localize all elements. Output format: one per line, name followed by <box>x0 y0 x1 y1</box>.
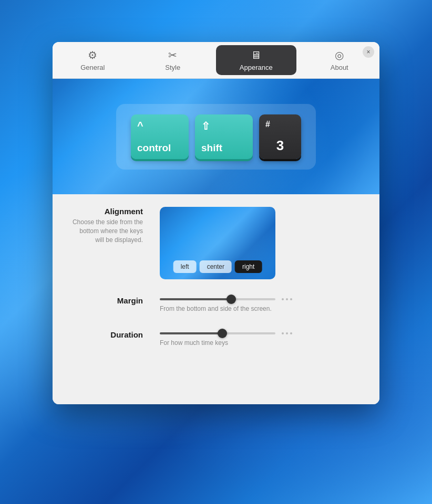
margin-setting: Margin From the bottom and side of the s… <box>69 296 363 313</box>
tab-general[interactable]: ⚙ General <box>53 42 133 78</box>
gear-icon: ⚙ <box>88 49 97 61</box>
alignment-label-area: Alignment Choose the side from the botto… <box>69 207 143 244</box>
caret-icon: ^ <box>137 120 143 132</box>
duration-slider-dots <box>282 332 292 334</box>
alignment-setting: Alignment Choose the side from the botto… <box>69 207 363 279</box>
tab-style-label: Style <box>165 64 180 71</box>
tab-about-label: About <box>331 64 348 71</box>
align-center-button[interactable]: center <box>200 260 232 273</box>
duration-slider-track[interactable] <box>160 332 275 334</box>
alignment-desc: Choose the side from the bottom where th… <box>69 218 143 244</box>
slider-dot-6 <box>290 332 292 334</box>
margin-slider-dots <box>282 298 292 300</box>
key-preview-container: ^ control ⇧ shift # 3 <box>116 104 316 170</box>
slider-dot-5 <box>286 332 288 334</box>
alignment-control: left center right <box>160 207 363 279</box>
duration-control: For how much time keys <box>160 330 363 348</box>
duration-setting: Duration For how much time keys <box>69 330 363 348</box>
duration-slider-fill <box>160 332 222 334</box>
duration-title: Duration <box>69 330 143 339</box>
align-right-button[interactable]: right <box>235 260 262 273</box>
scissors-icon: ✂ <box>168 49 177 61</box>
margin-title: Margin <box>69 296 143 305</box>
slider-dot-1 <box>282 298 284 300</box>
margin-slider-track[interactable] <box>160 298 275 300</box>
settings-window: ⚙ General ✂ Style 🖥 Apperance ◎ About × … <box>53 42 379 404</box>
circle-icon: ◎ <box>335 49 344 61</box>
shift-icon: ⇧ <box>201 120 210 132</box>
shift-key-label: shift <box>201 142 222 154</box>
tab-apperance-label: Apperance <box>240 64 273 71</box>
alignment-buttons: left center right <box>173 260 262 273</box>
duration-desc: For how much time keys <box>160 339 363 348</box>
slider-dot-4 <box>282 332 284 334</box>
margin-control: From the bottom and side of the screen. <box>160 296 363 313</box>
alignment-preview: left center right <box>160 207 275 279</box>
align-left-button[interactable]: left <box>173 260 197 273</box>
margin-slider-row <box>160 298 363 300</box>
hash-icon: # <box>265 120 270 129</box>
shift-key: ⇧ shift <box>195 114 253 159</box>
key-preview-area: ^ control ⇧ shift # 3 <box>53 79 379 194</box>
margin-slider-thumb[interactable] <box>227 295 236 304</box>
monitor-icon: 🖥 <box>251 49 261 61</box>
alignment-title: Alignment <box>69 207 143 216</box>
tab-bar: ⚙ General ✂ Style 🖥 Apperance ◎ About × <box>53 42 379 79</box>
tab-style[interactable]: ✂ Style <box>133 42 213 78</box>
slider-dot-3 <box>290 298 292 300</box>
control-key: ^ control <box>131 114 189 159</box>
number-key-label: 3 <box>276 138 284 154</box>
slider-dot-2 <box>286 298 288 300</box>
margin-slider-fill <box>160 298 231 300</box>
duration-label-area: Duration <box>69 330 143 341</box>
margin-desc: From the bottom and side of the screen. <box>160 304 363 313</box>
control-key-label: control <box>137 142 171 154</box>
tab-general-label: General <box>80 64 105 71</box>
close-button[interactable]: × <box>363 46 374 58</box>
settings-panel: Alignment Choose the side from the botto… <box>53 194 379 404</box>
margin-label-area: Margin <box>69 296 143 307</box>
duration-slider-row <box>160 332 363 334</box>
number-key: # 3 <box>259 114 301 159</box>
tab-apperance[interactable]: 🖥 Apperance <box>216 45 296 75</box>
duration-slider-thumb[interactable] <box>218 329 227 338</box>
